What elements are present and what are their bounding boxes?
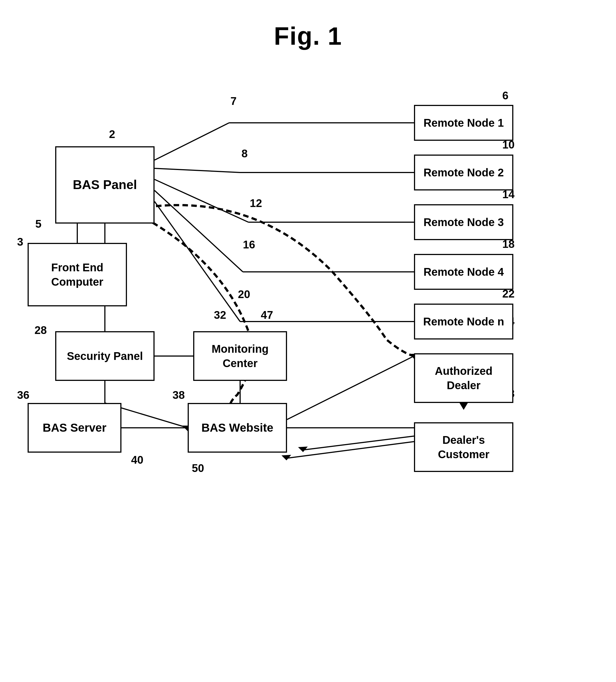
svg-line-35 bbox=[303, 436, 414, 450]
dealers-customer-box: Dealer'sCustomer bbox=[414, 422, 514, 472]
svg-text:50: 50 bbox=[192, 462, 204, 474]
svg-line-10 bbox=[155, 190, 243, 272]
remote-node-n-label: Remote Node n bbox=[423, 314, 504, 329]
svg-line-13 bbox=[155, 202, 240, 321]
authorized-dealer-box: AuthorizedDealer bbox=[414, 353, 514, 403]
dealers-customer-label: Dealer'sCustomer bbox=[438, 433, 489, 461]
svg-text:47: 47 bbox=[261, 309, 273, 321]
svg-text:6: 6 bbox=[502, 89, 508, 101]
svg-text:12: 12 bbox=[250, 197, 262, 209]
remote-node-3-box: Remote Node 3 bbox=[414, 204, 514, 240]
svg-text:3: 3 bbox=[17, 236, 23, 248]
svg-text:36: 36 bbox=[17, 389, 29, 401]
svg-text:8: 8 bbox=[242, 147, 248, 160]
page-title: Fig. 1 bbox=[0, 0, 616, 50]
front-end-computer-label: Front EndComputer bbox=[51, 260, 104, 289]
monitoring-center-label: MonitoringCenter bbox=[212, 342, 269, 370]
security-panel-label: Security Panel bbox=[67, 349, 143, 363]
security-panel-box: Security Panel bbox=[55, 331, 155, 381]
front-end-computer-box: Front EndComputer bbox=[28, 243, 127, 306]
remote-node-2-box: Remote Node 2 bbox=[414, 155, 514, 190]
remote-node-n-box: Remote Node n bbox=[414, 303, 514, 340]
svg-line-0 bbox=[155, 123, 229, 160]
bas-server-label: BAS Server bbox=[43, 420, 106, 435]
svg-line-31 bbox=[287, 356, 414, 419]
svg-text:2: 2 bbox=[109, 128, 115, 140]
svg-text:28: 28 bbox=[35, 324, 47, 336]
svg-text:20: 20 bbox=[238, 288, 250, 300]
svg-text:38: 38 bbox=[173, 389, 185, 401]
svg-line-6 bbox=[155, 179, 248, 222]
remote-node-1-box: Remote Node 1 bbox=[414, 105, 514, 141]
svg-text:5: 5 bbox=[35, 218, 41, 230]
remote-node-2-label: Remote Node 2 bbox=[424, 165, 504, 180]
bas-panel-label: BAS Panel bbox=[73, 177, 137, 193]
bas-website-label: BAS Website bbox=[202, 420, 274, 435]
authorized-dealer-label: AuthorizedDealer bbox=[435, 364, 493, 392]
monitoring-center-box: MonitoringCenter bbox=[193, 331, 287, 381]
svg-text:32: 32 bbox=[214, 309, 226, 321]
svg-text:7: 7 bbox=[230, 95, 236, 107]
remote-node-3-label: Remote Node 3 bbox=[424, 215, 504, 229]
bas-website-box: BAS Website bbox=[188, 403, 287, 453]
remote-node-4-label: Remote Node 4 bbox=[424, 265, 504, 279]
svg-text:16: 16 bbox=[243, 238, 255, 251]
svg-marker-40 bbox=[459, 403, 468, 410]
bas-server-box: BAS Server bbox=[28, 403, 121, 453]
svg-line-3 bbox=[155, 168, 240, 173]
svg-text:40: 40 bbox=[131, 454, 143, 466]
bas-panel-box: BAS Panel bbox=[55, 146, 155, 224]
remote-node-4-box: Remote Node 4 bbox=[414, 254, 514, 290]
remote-node-1-label: Remote Node 1 bbox=[424, 116, 504, 130]
